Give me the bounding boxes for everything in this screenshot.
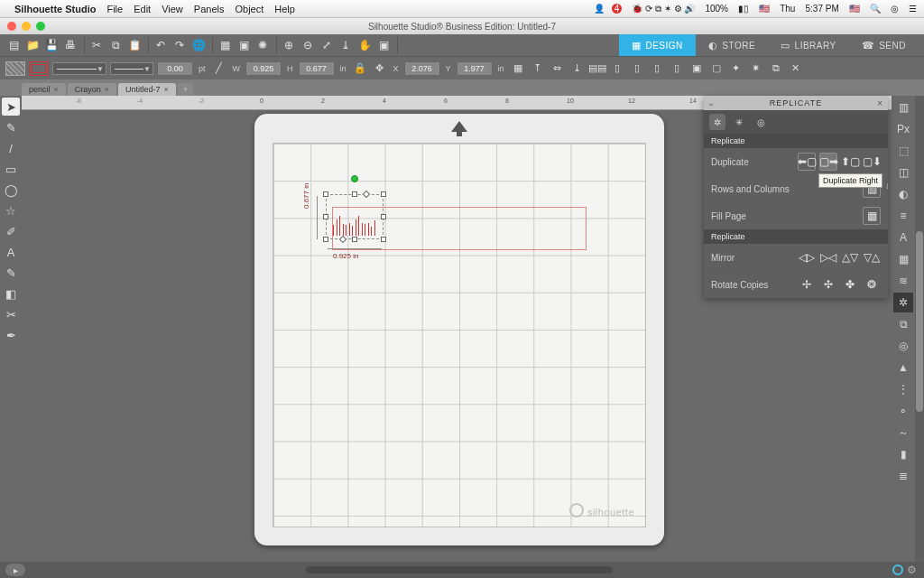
copy-icon[interactable]: ⧉ <box>107 37 124 53</box>
rectangle-tool-icon[interactable]: ▭ <box>2 160 20 178</box>
sketch-panel-icon[interactable]: ～ <box>893 423 913 443</box>
siri-icon[interactable]: ◎ <box>891 4 899 14</box>
line-style-select[interactable]: ▼ <box>52 62 106 75</box>
transform-panel-icon[interactable]: ⬚ <box>893 141 913 161</box>
height-field[interactable]: 0.677 <box>299 61 335 76</box>
doc-tab-3[interactable]: Untitled-7× <box>118 83 176 96</box>
layers-panel-icon[interactable]: ≋ <box>893 271 913 291</box>
align-right-icon[interactable]: ⤓ <box>569 61 586 77</box>
fill-page-button[interactable]: ▦ <box>863 207 881 225</box>
rhinestone-panel-icon[interactable]: ∘ <box>893 401 913 421</box>
panel-tab-object-icon[interactable]: ◎ <box>753 114 769 130</box>
barcode-panel-icon[interactable]: ▮ <box>893 444 913 464</box>
offset-panel-icon[interactable]: ◎ <box>893 336 913 356</box>
align-center-icon[interactable]: ⇔ <box>550 61 566 77</box>
duplicate-above-button[interactable]: ⬆▢ <box>841 153 859 171</box>
align-left-icon[interactable]: ⤒ <box>530 61 546 77</box>
cancel-icon[interactable]: ✕ <box>788 61 804 77</box>
cut-icon[interactable]: ✂ <box>88 37 105 53</box>
eraser-tool-icon[interactable]: ◧ <box>2 284 20 303</box>
panel-tab-basic-icon[interactable]: ✲ <box>709 114 725 130</box>
ellipse-tool-icon[interactable]: ◯ <box>2 181 20 199</box>
vertical-scrollbar[interactable] <box>915 96 924 562</box>
deselect-icon[interactable]: ▣ <box>236 37 252 53</box>
media-panel-icon[interactable]: ≣ <box>893 466 913 486</box>
fill-panel-icon[interactable]: ◐ <box>893 184 913 204</box>
eyedropper-tool-icon[interactable]: ✒ <box>2 326 20 344</box>
arrange-front-icon[interactable]: ▯ <box>669 61 685 77</box>
fit-page-icon[interactable]: ▣ <box>375 37 392 53</box>
move-anchor-icon[interactable]: ✥ <box>372 61 388 77</box>
notification-icon[interactable]: 👤4 <box>594 4 623 14</box>
pan-icon[interactable]: ✋ <box>356 37 373 53</box>
doc-tab-2[interactable]: Crayon× <box>68 83 116 96</box>
duplicate-right-button[interactable]: ▢➡ <box>819 153 837 171</box>
grid-panel-icon[interactable]: ◫ <box>893 163 913 182</box>
replicate-tool-icon[interactable]: ▤▤ <box>589 61 605 77</box>
lock-aspect-icon[interactable]: 🔒 <box>352 61 368 77</box>
horizontal-scrollbar[interactable] <box>306 566 613 573</box>
panel-tab-advanced-icon[interactable]: ✳ <box>731 114 747 130</box>
zoom-selection-icon[interactable]: ⤢ <box>319 37 335 53</box>
save-icon[interactable]: 💾 <box>43 37 60 53</box>
resize-handle-sw[interactable] <box>323 237 328 242</box>
clock-time[interactable]: 5:37 PM <box>806 4 839 14</box>
arrange-forward-icon[interactable]: ▯ <box>649 61 665 77</box>
menu-view[interactable]: View <box>162 4 183 14</box>
line-tool-icon[interactable]: / <box>2 139 20 157</box>
text-panel-icon[interactable]: A <box>893 228 913 247</box>
fill-swatch[interactable] <box>5 61 25 76</box>
resize-handle-e[interactable] <box>381 214 386 219</box>
magic-icon[interactable]: ✦ <box>728 61 744 77</box>
keyboard-flag[interactable]: 🇺🇸 <box>759 4 770 14</box>
resize-handle-nw[interactable] <box>323 191 328 197</box>
redo-icon[interactable]: ↷ <box>171 37 188 53</box>
print-icon[interactable]: 🖶 <box>62 37 79 53</box>
y-field[interactable]: 1.977 <box>457 61 493 76</box>
notification-center-icon[interactable]: ☰ <box>909 4 917 14</box>
replicate-panel-icon[interactable]: ✲ <box>893 293 913 312</box>
collapse-panel-icon[interactable]: ⌄ <box>707 98 716 107</box>
rotate-two-button[interactable]: ✣ <box>819 275 837 294</box>
paste-icon[interactable]: 📋 <box>126 37 143 53</box>
panel-titlebar[interactable]: ⌄ REPLICATE × <box>704 96 888 110</box>
mirror-above-button[interactable]: △▽ <box>841 248 859 266</box>
tab-design[interactable]: ▦DESIGN <box>619 34 696 56</box>
resize-handle-se[interactable] <box>381 237 386 242</box>
open-file-icon[interactable]: 📁 <box>24 37 41 53</box>
note-tool-icon[interactable]: ✎ <box>2 264 20 282</box>
spotlight-icon[interactable]: 🔍 <box>870 4 881 14</box>
mirror-left-button[interactable]: ◁▷ <box>798 248 816 266</box>
star-tool-icon[interactable]: ✷ <box>748 61 764 77</box>
tab-library[interactable]: ▭LIBRARY <box>768 34 849 56</box>
resize-handle-s[interactable] <box>352 237 357 242</box>
rotate-five-button[interactable]: ❂ <box>863 275 881 294</box>
stroke-width-field[interactable]: 0.00 <box>157 61 193 76</box>
clock-day[interactable]: Thu <box>780 4 795 14</box>
zoom-in-icon[interactable]: ⊕ <box>281 37 297 53</box>
freehand-tool-icon[interactable]: ✐ <box>2 222 20 240</box>
modify-panel-icon[interactable]: ⧉ <box>893 314 913 334</box>
new-file-icon[interactable]: ▤ <box>5 37 22 53</box>
select-all-icon[interactable]: ▦ <box>217 37 233 53</box>
zoom-out-icon[interactable]: ⊖ <box>300 37 316 53</box>
trace-panel-icon[interactable]: ▦ <box>893 249 913 269</box>
menu-edit[interactable]: Edit <box>134 4 151 14</box>
polygon-tool-icon[interactable]: ☆ <box>2 201 20 219</box>
duplicate-left-button[interactable]: ⬅▢ <box>798 153 816 171</box>
text-tool-icon[interactable]: A <box>2 243 20 261</box>
anchor-grid-icon[interactable]: ▦ <box>510 61 526 77</box>
web-icon[interactable]: 🌐 <box>190 37 207 53</box>
design-grid[interactable]: 0.677 in 0.925 in silhouette <box>273 143 646 527</box>
line-end-icon[interactable]: ╱ <box>211 61 227 77</box>
select-tool-icon[interactable]: ➤ <box>2 98 20 116</box>
add-tab-button[interactable]: + <box>178 83 193 96</box>
selection-settings-icon[interactable]: ✺ <box>254 37 271 53</box>
knife-tool-icon[interactable]: ✂ <box>2 305 20 323</box>
ungroup-icon[interactable]: ▢ <box>708 61 725 77</box>
line-weight-select[interactable]: ▼ <box>110 62 153 75</box>
line-swatch[interactable] <box>29 61 49 76</box>
resize-handle-ne[interactable] <box>381 191 386 197</box>
duplicate-below-button[interactable]: ▢⬇ <box>863 153 881 171</box>
close-tab-icon[interactable]: × <box>105 85 109 94</box>
